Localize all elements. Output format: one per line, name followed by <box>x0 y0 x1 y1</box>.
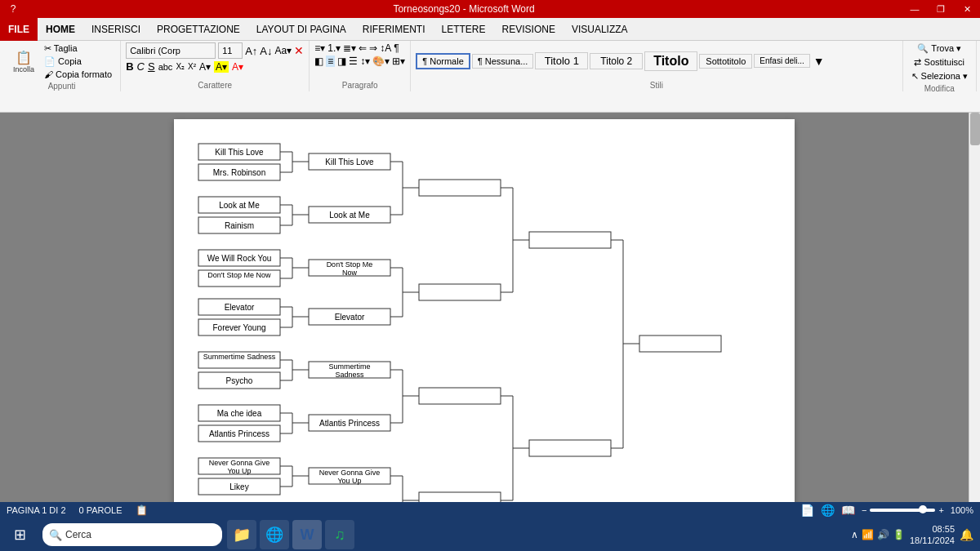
zoom-slider[interactable] <box>870 509 935 512</box>
bullets-button[interactable]: ≡▾ <box>314 42 325 54</box>
style-titolo[interactable]: Titolo <box>644 51 697 71</box>
menu-home[interactable]: HOME <box>38 18 83 41</box>
svg-rect-112 <box>529 232 611 248</box>
change-case-button[interactable]: Aa▾ <box>275 45 292 56</box>
menu-lettere[interactable]: LETTERE <box>434 18 494 41</box>
network-icon[interactable]: 📶 <box>862 529 874 540</box>
menu-inserisci[interactable]: INSERISCI <box>83 18 149 41</box>
volume-icon[interactable]: 🔊 <box>877 529 889 540</box>
zoom-thumb <box>919 505 927 513</box>
menu-visualizza[interactable]: VISUALIZZA <box>564 18 636 41</box>
carattere-group: Calibri (Corp 11 A↑ A↓ Aa▾ ✕ B C S abc X… <box>121 41 310 91</box>
sort-button[interactable]: ↕A <box>380 42 391 54</box>
numbering-button[interactable]: 1.▾ <box>327 42 341 54</box>
align-left-button[interactable]: ◧ <box>314 56 323 67</box>
underline-button[interactable]: S <box>148 60 155 73</box>
taglia-button[interactable]: ✂ Taglia <box>41 42 115 55</box>
style-nessuna[interactable]: ¶ Nessuna... <box>472 54 534 69</box>
copia-formato-button[interactable]: 🖌 Copia formato <box>41 69 115 80</box>
decrease-indent-button[interactable]: ⇐ <box>359 42 367 54</box>
svg-text:Summertime Sadness: Summertime Sadness <box>203 353 276 361</box>
seleziona-button[interactable]: ↖ Seleziona ▾ <box>908 70 971 82</box>
zoom-level: 100% <box>951 505 973 515</box>
align-right-button[interactable]: ◨ <box>337 56 346 67</box>
superscript-button[interactable]: X² <box>188 62 196 71</box>
taskbar-spotify[interactable]: ♫ <box>325 520 354 549</box>
clear-format-button[interactable]: ✕ <box>294 44 304 57</box>
ribbon-content: 📋 Incolla ✂ Taglia 📄 Copia 🖌 Copia forma… <box>0 41 980 91</box>
help-button[interactable]: ? <box>0 0 26 18</box>
align-center-button[interactable]: ≡ <box>326 56 335 67</box>
style-normale[interactable]: ¶ Normale <box>416 53 470 69</box>
taskbar-search[interactable]: 🔍 Cerca <box>42 523 222 546</box>
minimize-button[interactable]: — <box>902 0 928 18</box>
style-sottotitolo[interactable]: Sottotitolo <box>699 54 752 69</box>
font-grow-button[interactable]: A↑ <box>245 45 257 57</box>
scrollbar-thumb[interactable] <box>970 113 980 145</box>
search-placeholder: Cerca <box>65 529 91 540</box>
svg-text:Likey: Likey <box>229 482 248 491</box>
zoom-out-button[interactable]: − <box>862 505 866 515</box>
subscript-button[interactable]: X₂ <box>176 62 185 71</box>
taskbar-explorer[interactable]: 📁 <box>227 520 256 549</box>
stili-group: ¶ Normale ¶ Nessuna... Titolo 1 Titolo 2… <box>411 41 902 91</box>
clock[interactable]: 08:55 18/11/2024 <box>910 523 955 547</box>
svg-text:Ma che idea: Ma che idea <box>217 409 262 418</box>
incolla-button[interactable]: 📋 Incolla <box>8 48 39 75</box>
font-color-button[interactable]: A▾ <box>232 61 243 73</box>
layout-print-icon[interactable]: 📄 <box>800 504 814 517</box>
chrome-icon: 🌐 <box>265 526 283 544</box>
menu-revisione[interactable]: REVISIONE <box>494 18 564 41</box>
svg-text:Kill This Love: Kill This Love <box>215 148 264 157</box>
status-bar: PAGINA 1 DI 2 0 PAROLE 📋 📄 🌐 📖 − + 100% <box>0 502 980 518</box>
copia-button[interactable]: 📄 Copia <box>41 56 115 68</box>
show-hide-button[interactable]: ¶ <box>394 42 399 54</box>
clock-date: 18/11/2024 <box>910 535 955 546</box>
svg-text:Now: Now <box>342 269 358 277</box>
layout-read-icon[interactable]: 📖 <box>841 504 855 517</box>
svg-text:Psycho: Psycho <box>226 376 253 385</box>
style-enfasi[interactable]: Enfasi deli... <box>754 54 809 68</box>
title-bar: ? Torneosongs20 - Microsoft Word — ❐ ✕ <box>0 0 980 18</box>
title-text: Torneosongs20 - Microsoft Word <box>26 3 902 15</box>
justify-button[interactable]: ☰ <box>349 56 358 67</box>
menu-progettazione[interactable]: PROGETTAZIONE <box>149 18 248 41</box>
increase-indent-button[interactable]: ⇒ <box>369 42 377 54</box>
sostituisci-button[interactable]: ⇄ Sostituisci <box>911 56 968 69</box>
menu-riferimenti[interactable]: RIFERIMENTI <box>354 18 434 41</box>
taskbar-chrome[interactable]: 🌐 <box>260 520 289 549</box>
restore-button[interactable]: ❐ <box>928 0 954 18</box>
taskbar-word[interactable]: W <box>292 520 322 549</box>
strikethrough-button[interactable]: abc <box>158 62 173 72</box>
italic-button[interactable]: C <box>137 60 145 73</box>
search-icon: 🔍 <box>49 529 62 541</box>
start-button[interactable]: ⊞ <box>0 518 39 551</box>
borders-button[interactable]: ⊞▾ <box>392 56 405 67</box>
notification-icon[interactable]: 🔔 <box>960 528 973 541</box>
multilevel-button[interactable]: ≣▾ <box>343 42 356 54</box>
tray-chevron[interactable]: ∧ <box>851 529 858 540</box>
appunti-group: 📋 Incolla ✂ Taglia 📄 Copia 🖌 Copia forma… <box>3 41 121 91</box>
close-button[interactable]: ✕ <box>954 0 980 18</box>
line-spacing-button[interactable]: ↕▾ <box>360 56 370 67</box>
trova-button[interactable]: 🔍 Trova ▾ <box>914 42 964 55</box>
style-titolo1[interactable]: Titolo 1 <box>535 52 588 69</box>
styles-scroll-down[interactable]: ▼ <box>812 53 826 69</box>
zoom-in-button[interactable]: + <box>938 505 943 515</box>
font-shrink-button[interactable]: A↓ <box>260 45 272 57</box>
vertical-scrollbar[interactable] <box>969 113 980 502</box>
svg-rect-100 <box>419 180 501 196</box>
battery-icon[interactable]: 🔋 <box>893 529 905 540</box>
layout-web-icon[interactable]: 🌐 <box>821 504 835 517</box>
shading-button[interactable]: 🎨▾ <box>372 56 390 67</box>
bold-button[interactable]: B <box>126 60 133 73</box>
font-size-input[interactable]: 11 <box>218 42 243 59</box>
font-family-selector[interactable]: Calibri (Corp <box>126 42 216 59</box>
menu-file[interactable]: FILE <box>0 18 38 41</box>
text-color-button[interactable]: A▾ <box>199 61 211 73</box>
svg-text:You Up: You Up <box>227 467 251 475</box>
style-titolo2[interactable]: Titolo 2 <box>590 53 643 69</box>
highlight-button[interactable]: A▾ <box>214 61 229 73</box>
menu-layout[interactable]: LAYOUT DI PAGINA <box>248 18 354 41</box>
proofing-icon[interactable]: 📋 <box>136 504 148 516</box>
